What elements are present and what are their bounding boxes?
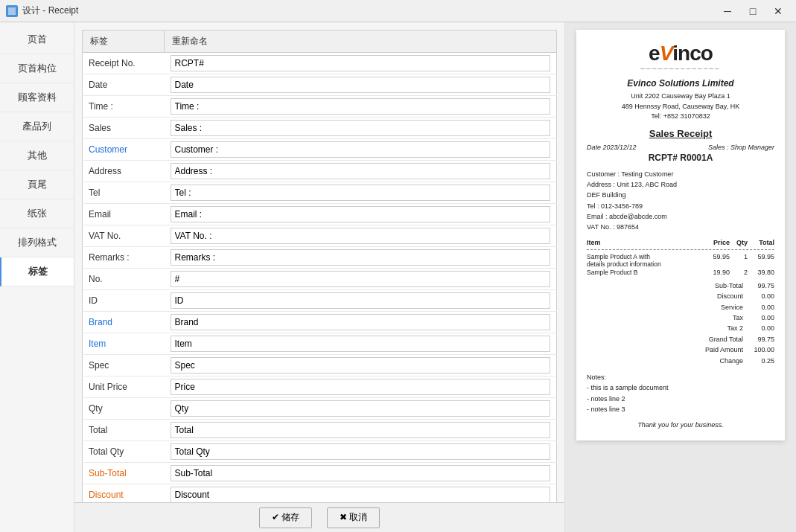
label-cell-1: Date [83,74,165,96]
sidebar-item-sort-format[interactable]: 排列格式 [0,228,74,257]
sidebar-item-footer[interactable]: 頁尾 [0,170,74,199]
rename-input-19[interactable] [171,465,551,481]
sidebar-item-homepage[interactable]: 页首 [0,25,74,54]
rename-input-9[interactable] [171,249,551,266]
close-button[interactable]: ✕ [766,4,790,19]
label-cell-0: Receipt No. [83,53,165,74]
col-qty: Qty [730,239,748,246]
col-item: Item [587,239,703,246]
value-cell-12 [165,312,557,333]
col-rename-header: 重新命名 [165,31,557,53]
note-line2: - notes line 2 [587,394,774,404]
address-info-line: Address : Unit 123, ABC Road [587,179,774,190]
value-cell-0 [165,53,557,74]
total-row-1: Discount0.00 [587,291,774,301]
label-cell-13: Item [83,333,165,355]
minimize-button[interactable]: ─ [716,4,739,19]
note-line3: - notes line 3 [587,404,774,414]
rename-input-3[interactable] [171,120,551,136]
rename-input-2[interactable] [171,98,551,115]
item-name-0: Sample Product A withdetails product inf… [587,253,703,268]
vat-line: VAT No. : 987654 [587,222,774,232]
receipt-logo: eVinco ────────────── [587,42,774,72]
value-cell-6 [165,182,557,204]
item-total-0: 59.95 [748,253,774,268]
value-cell-2 [165,96,557,118]
rename-input-8[interactable] [171,228,551,244]
save-button[interactable]: ✔ 储存 [259,507,312,528]
item-total-1: 39.80 [748,269,774,276]
label-cell-3: Sales [83,118,165,139]
item-price-1: 19.90 [703,269,730,276]
form-area: 标签 重新命名 Receipt No.DateTime :SalesCustom… [74,22,564,502]
sidebar-item-page-layout[interactable]: 页首构位 [0,54,74,83]
label-cell-2: Time : [83,96,165,118]
window-title: 设计 - Receipt [22,4,78,17]
total-val-5: 99.75 [748,334,774,344]
preview-panel: eVinco ────────────── Evinco Solutions L… [565,22,796,532]
receipt-meta: Date 2023/12/12 Sales : Shop Manager [587,144,774,151]
receipt-items: Sample Product A withdetails product inf… [587,253,774,276]
cancel-button[interactable]: ✖ 取消 [327,507,380,528]
rename-input-5[interactable] [171,163,551,179]
table-row: VAT No. [83,225,557,247]
rename-input-20[interactable] [171,487,551,502]
restore-button[interactable]: □ [741,4,765,19]
value-cell-1 [165,74,557,96]
value-cell-5 [165,161,557,182]
item-qty-0: 1 [730,253,748,268]
rename-input-0[interactable] [171,55,551,71]
sidebar-item-labels[interactable]: 标签 [0,257,74,286]
rename-input-1[interactable] [171,77,551,93]
title-bar: 设计 - Receipt ─ □ ✕ [0,0,796,22]
rename-input-17[interactable] [171,422,551,438]
rename-input-6[interactable] [171,185,551,201]
rename-input-13[interactable] [171,336,551,352]
company-name: Evinco Solutions Limited [587,78,774,89]
label-cell-17: Total [83,420,165,441]
email-line: Email : abcde@abcde.com [587,211,774,222]
sidebar-item-product-list[interactable]: 產品列 [0,112,74,141]
value-cell-20 [165,484,557,503]
rename-input-15[interactable] [171,379,551,395]
labels-table: 标签 重新命名 Receipt No.DateTime :SalesCustom… [82,30,557,502]
value-cell-18 [165,441,557,463]
sidebar-item-other[interactable]: 其他 [0,141,74,170]
value-cell-15 [165,376,557,398]
receipt-totals: Sub-Total99.75Discount0.00Service0.00Tax… [587,281,774,366]
table-row: Unit Price [83,376,557,398]
sidebar-item-customer-info[interactable]: 顾客资料 [0,83,74,112]
value-cell-10 [165,269,557,290]
receipt-title: Sales Receipt [587,128,774,139]
rename-input-10[interactable] [171,271,551,287]
total-row-5: Grand Total99.75 [587,334,774,344]
label-cell-15: Unit Price [83,376,165,398]
rename-input-7[interactable] [171,206,551,222]
table-row: Brand [83,312,557,333]
rename-input-12[interactable] [171,314,551,330]
label-cell-6: Tel [83,182,165,204]
rename-input-16[interactable] [171,400,551,417]
rename-input-14[interactable] [171,357,551,374]
value-cell-8 [165,225,557,247]
rename-input-4[interactable] [171,141,551,158]
receipt-item-0: Sample Product A withdetails product inf… [587,253,774,268]
rename-input-11[interactable] [171,292,551,309]
label-cell-14: Spec [83,355,165,376]
sidebar-item-paper[interactable]: 纸张 [0,199,74,228]
value-cell-14 [165,355,557,376]
table-row: Spec [83,355,557,376]
table-row: Discount [83,484,557,503]
receipt-date: Date 2023/12/12 [587,144,637,151]
rename-input-18[interactable] [171,443,551,460]
total-val-2: 0.00 [748,302,774,313]
address-line1: Unit 2202 Causeway Bay Plaza 1 [587,92,774,102]
table-row: Item [83,333,557,355]
window-controls: ─ □ ✕ [716,4,790,19]
table-row: Receipt No. [83,53,557,74]
table-row: Total Qty [83,441,557,463]
col-label-header: 标签 [83,31,165,53]
label-cell-4: Customer [83,139,165,161]
receipt-rcpt: RCPT# R0001A [587,153,774,163]
table-row: ID [83,290,557,312]
